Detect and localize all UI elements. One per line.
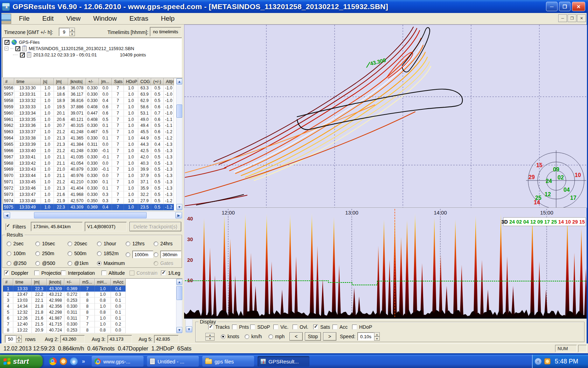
close-button[interactable]: ✕: [572, 2, 585, 11]
display-option-sdop[interactable]: SDoP: [250, 324, 270, 330]
radio-icon[interactable]: [97, 241, 102, 246]
vscroll-thumb[interactable]: [176, 286, 182, 300]
tray-clock-icon[interactable]: [544, 358, 551, 364]
table-row[interactable]: 596913:33:431.021.040.8790.330-0.171.039…: [3, 166, 182, 173]
replay-speed-input[interactable]: 0.10s: [357, 332, 374, 341]
checkbox-icon[interactable]: [161, 271, 166, 275]
radio-icon[interactable]: [97, 261, 102, 266]
column-header[interactable]: Alt|m|: [164, 78, 174, 85]
speed-graph[interactable]: 12:0013:0014:0015:0040302010 3D 24 02 04…: [184, 207, 587, 319]
option-altitude[interactable]: Altitude: [102, 270, 125, 276]
column-header[interactable]: time: [14, 78, 41, 85]
result-option-2sec[interactable]: 2sec: [7, 241, 24, 246]
unit-knots[interactable]: knots: [221, 334, 239, 339]
file-checkbox[interactable]: [15, 46, 20, 51]
radio-icon[interactable]: [68, 241, 72, 246]
checkbox-icon[interactable]: [208, 325, 213, 329]
tree-item-file[interactable]: − METASINDOS_113201258_20130212_115932.S…: [5, 46, 134, 51]
checkbox-icon[interactable]: [4, 271, 9, 275]
table-row[interactable]: 512:3221.842.2980.31180.80.1: [3, 309, 182, 315]
result-option-250[interactable]: @250: [7, 260, 27, 266]
replay-speed-stepper[interactable]: ▲▼: [374, 332, 380, 341]
table-row[interactable]: 597013:33:441.021.140.9760.3300.071.037.…: [3, 173, 182, 179]
results-table-vscrollbar[interactable]: ▲ ▼: [176, 279, 182, 333]
column-header[interactable]: |s|: [41, 78, 54, 85]
option-projection[interactable]: Projection: [34, 270, 63, 276]
result-option-maximum[interactable]: Maximum: [97, 260, 125, 266]
graph-zoom-stepper[interactable]: ▲▼: [205, 333, 215, 341]
menu-help[interactable]: Help: [157, 14, 179, 23]
taskbar-task-gpsfiles[interactable]: gps files: [202, 356, 254, 367]
column-header[interactable]: |m|: [54, 78, 68, 85]
table-row[interactable]: 596113:33:351.020.640.1210.4080.571.049.…: [3, 116, 182, 123]
table-row[interactable]: 595913:33:331.019.537.8860.4080.671.058.…: [3, 104, 182, 110]
tree-item-root[interactable]: GPS-Files: [5, 40, 40, 45]
radio-icon[interactable]: [154, 261, 158, 266]
column-header[interactable]: |m|: [32, 279, 47, 286]
minimize-button[interactable]: ─: [546, 2, 558, 11]
table-row[interactable]: 597413:33:481.021.942.5700.3500.371.027.…: [3, 198, 182, 204]
hscroll-thumb[interactable]: [34, 212, 147, 218]
table-row[interactable]: 596213:33:361.020.740.3150.3300.171.049.…: [3, 123, 182, 129]
result-option-250m[interactable]: 250m: [35, 251, 54, 256]
root-checkbox[interactable]: [5, 40, 9, 45]
scroll-right-icon[interactable]: ▶: [175, 212, 182, 218]
radio-icon[interactable]: [35, 241, 40, 246]
table-row[interactable]: 596013:33:341.020.139.0710.4470.671.053.…: [3, 110, 182, 116]
start-button[interactable]: start: [0, 355, 43, 368]
scroll-up-icon[interactable]: ▲: [176, 279, 182, 285]
menu-extras[interactable]: Extras: [125, 14, 153, 23]
table-row[interactable]: 712:4021.541.7150.33071.00.2: [3, 321, 182, 327]
chrome-icon[interactable]: [49, 357, 57, 365]
taskbar-task-gpsresult[interactable]: GPSResult...: [258, 356, 309, 367]
column-header[interactable]: +/-: [86, 78, 99, 85]
menu-window[interactable]: Window: [89, 14, 121, 23]
column-header[interactable]: #: [3, 279, 13, 286]
display-option-vic[interactable]: Vic.: [273, 324, 288, 330]
scroll-down-icon[interactable]: ▼: [176, 204, 182, 210]
taskbar-task-untitled[interactable]: Untitled - ...: [147, 356, 199, 367]
clock-icon[interactable]: [59, 357, 67, 365]
menu-edit[interactable]: Edit: [38, 14, 58, 23]
result-option-100m[interactable]: 100m: [7, 251, 26, 256]
table-row[interactable]: 596613:33:401.021.241.2480.330-0.171.042…: [3, 148, 182, 154]
radio-icon[interactable]: [68, 251, 72, 256]
table-row[interactable]: 597313:33:471.021.641.9680.3300.371.032.…: [3, 191, 182, 198]
column-header[interactable]: Sats: [112, 78, 124, 85]
checkbox-icon[interactable]: [352, 325, 357, 329]
stop-button[interactable]: Stop: [305, 332, 321, 341]
radio-icon[interactable]: [7, 251, 11, 256]
timelimits-button[interactable]: no timelimits: [150, 27, 181, 36]
radio-icon[interactable]: [126, 252, 130, 257]
radio-icon[interactable]: [245, 334, 249, 339]
result-option-500[interactable]: @500: [35, 260, 55, 266]
radio-icon[interactable]: [35, 261, 40, 266]
display-option-ovl[interactable]: Ovl.: [293, 324, 308, 330]
table-row[interactable]: 596813:33:421.021.141.0540.3300.071.040.…: [3, 160, 182, 166]
overflow-chevron[interactable]: »: [82, 358, 85, 364]
trackpoint-table-hscrollbar[interactable]: ◀ ▶: [3, 211, 183, 219]
column-header[interactable]: |knots|: [68, 78, 86, 85]
interval-input[interactable]: 1000m: [132, 251, 153, 258]
rows-count-stepper[interactable]: ▲▼: [16, 335, 22, 343]
result-option-1km[interactable]: @1km: [68, 260, 89, 266]
result-option-10sec[interactable]: 10sec: [35, 241, 55, 246]
menu-file[interactable]: File: [15, 14, 34, 23]
checkbox-icon[interactable]: [313, 325, 318, 329]
menu-view[interactable]: View: [62, 14, 85, 23]
table-row[interactable]: 313:0322.142.9980.25380.80.1: [3, 298, 182, 304]
column-header[interactable]: time: [13, 279, 32, 286]
restore-button[interactable]: ❐: [559, 2, 570, 11]
step-forward-button[interactable]: >: [323, 332, 336, 341]
table-row[interactable]: 597213:33:461.021.341.4040.3300.171.035.…: [3, 185, 182, 192]
table-row[interactable]: 596413:33:381.021.341.3650.3300.171.044.…: [3, 135, 182, 142]
display-option-sats[interactable]: Sats: [313, 324, 330, 330]
checkbox-icon[interactable]: [34, 271, 39, 275]
radio-icon[interactable]: [221, 334, 225, 339]
timezone-input[interactable]: 9: [59, 28, 69, 36]
checkbox-icon[interactable]: [232, 325, 237, 329]
vscroll-thumb[interactable]: [176, 104, 182, 118]
scroll-down-icon[interactable]: ▼: [186, 326, 192, 332]
table-row[interactable]: 595613:33:301.018.636.0780.3300.071.063.…: [3, 85, 182, 91]
result-option-24hrs[interactable]: 24hrs: [154, 241, 173, 246]
